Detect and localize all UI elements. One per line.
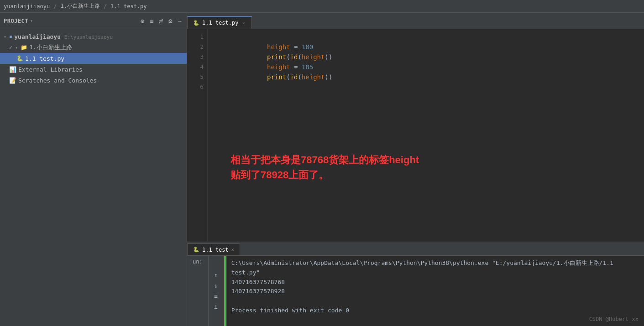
annotation-overlay: 相当于把本身是78768货架上的标签height 贴到了78928上面了。 [230, 152, 419, 182]
breadcrumb-root: yuanlaijiiaoyu [4, 3, 50, 10]
add-icon[interactable]: ⊕ [139, 16, 146, 26]
line-num-4: 4 [187, 62, 204, 72]
console-output2: 140716377578928 [231, 287, 639, 296]
code-content: 1 2 3 4 5 6 height = 180 print(id(heigh [187, 29, 644, 242]
run-tab-file-icon: 🐍 [193, 247, 199, 253]
run-tab[interactable]: 🐍 1.1 test × [187, 243, 240, 255]
bottom-panel: 🐍 1.1 test × un: ↑ ↓ ≡ ⊥ [187, 242, 644, 326]
sidebar-content: ▾ ▪ yuanlaijiaoyu E:\yuanlaijiaoyu ✓ ▾ 📁… [0, 29, 187, 326]
sidebar-item-root[interactable]: ▾ ▪ yuanlaijiaoyu E:\yuanlaijiaoyu [0, 31, 187, 42]
annotation-line1: 相当于把本身是78768货架上的标签height [230, 152, 419, 167]
file-py-icon: 🐍 [16, 55, 23, 62]
sidebar-item-folder1[interactable]: ✓ ▾ 📁 1.小白新生上路 [0, 42, 187, 53]
breadcrumb: yuanlaijiiaoyu / 1.小白新生上路 / 1.1 test.py [4, 2, 147, 10]
scroll-down-button[interactable]: ↓ [211, 281, 221, 290]
chevron-down-icon[interactable]: ▾ [30, 18, 33, 23]
scratch-label: Scratches and Consoles [18, 77, 97, 84]
tab-file1[interactable]: 🐍 1.1 test.py × [187, 16, 252, 29]
line-num-5: 5 [187, 72, 204, 82]
line-num-6: 6 [187, 82, 204, 92]
lib-icon: 📊 [9, 66, 16, 73]
bottom-tab-bar: 🐍 1.1 test × [187, 242, 644, 256]
sidebar: Project ▾ ⊕ ≡ ≓ ⚙ − ▾ ▪ yuanlaijiaoyu E:… [0, 13, 187, 326]
tab-bar: 🐍 1.1 test.py × [187, 13, 644, 29]
code-editor[interactable]: 1 2 3 4 5 6 height = 180 print(id(heigh [187, 29, 644, 242]
scratch-icon: 📝 [9, 77, 16, 84]
line-num-1: 1 [187, 32, 204, 42]
sync-icon[interactable]: ≡ [148, 16, 155, 26]
scroll-top-button[interactable]: ≡ [211, 292, 221, 300]
editor-area: 🐍 1.1 test.py × 1 2 3 4 5 6 [187, 13, 644, 242]
minimize-icon[interactable]: − [177, 16, 183, 26]
folder1-label: 1.小白新生上路 [29, 43, 72, 52]
line-num-2: 2 [187, 42, 204, 52]
sidebar-item-file1[interactable]: 🐍 1.1 test.py [0, 53, 187, 64]
folder-icon: 📁 [21, 44, 27, 51]
scroll-bottom-button[interactable]: ⊥ [211, 302, 221, 311]
line-numbers: 1 2 3 4 5 6 [187, 29, 208, 242]
sidebar-toolbar-icons: ⊕ ≡ ≓ ⚙ − [139, 16, 183, 26]
code-line-6 [213, 82, 644, 92]
sidebar-title: Project [4, 18, 28, 24]
root-folder-icon: ▪ [9, 33, 12, 40]
lib-label: External Libraries [18, 66, 83, 73]
breadcrumb-folder: 1.小白新生上路 [60, 2, 99, 10]
run-tab-label: 1.1 test [202, 247, 229, 253]
console-finish-msg: Process finished with exit code 0 [231, 306, 639, 316]
code-lines[interactable]: height = 180 print(id(height)) height = … [208, 29, 644, 242]
run-label: un: [189, 259, 206, 265]
file1-label: 1.1 test.py [25, 55, 64, 62]
run-tab-close-button[interactable]: × [231, 247, 234, 252]
tab-file-icon: 🐍 [193, 20, 199, 26]
console-text: C:\Users\Administrator\AppData\Local\Pro… [227, 256, 644, 326]
run-controls: ↑ ↓ ≡ ⊥ [209, 256, 224, 326]
line-num-3: 3 [187, 52, 204, 62]
sidebar-toolbar: Project ▾ ⊕ ≡ ≓ ⚙ − [0, 13, 187, 29]
chevron-down-icon: ▾ [4, 34, 6, 39]
console-output1: 140716377578768 [231, 278, 639, 287]
tab-label: 1.1 test.py [202, 20, 238, 26]
sidebar-item-external-libs[interactable]: 📊 External Libraries [0, 64, 187, 75]
console-output: un: ↑ ↓ ≡ ⊥ C:\Users\Administrator\AppDa… [187, 256, 644, 326]
root-label: yuanlaijiaoyu E:\yuanlaijiaoyu [14, 33, 113, 40]
scroll-up-button[interactable]: ↑ [211, 271, 221, 279]
title-bar: yuanlaijiiaoyu / 1.小白新生上路 / 1.1 test.py [0, 0, 644, 13]
settings-icon[interactable]: ⚙ [167, 16, 173, 26]
check-icon: ✓ [9, 44, 12, 51]
annotation-line2: 贴到了78928上面了。 [230, 167, 419, 182]
code-line-1: height = 180 [213, 32, 644, 42]
sidebar-item-scratches[interactable]: 📝 Scratches and Consoles [0, 75, 187, 86]
console-cmd-line: C:\Users\Administrator\AppData\Local\Pro… [231, 259, 639, 278]
main-layout: Project ▾ ⊕ ≡ ≓ ⚙ − ▾ ▪ yuanlaijiaoyu E:… [0, 13, 644, 326]
tab-close-button[interactable]: × [241, 21, 246, 26]
expand-icon[interactable]: ≓ [158, 16, 164, 26]
sidebar-title-row: Project ▾ [4, 18, 34, 24]
chevron-down-icon: ▾ [15, 45, 18, 50]
breadcrumb-file: 1.1 test.py [110, 3, 147, 10]
